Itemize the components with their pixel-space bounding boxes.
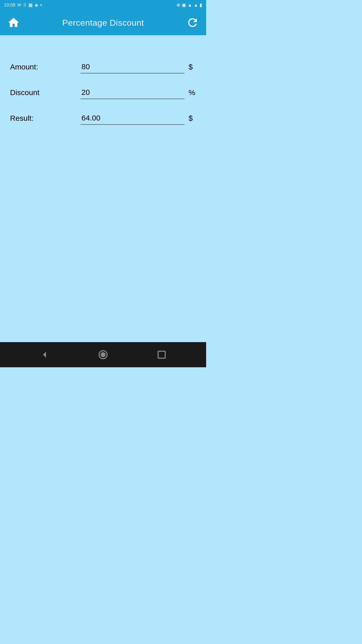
nav-bar	[0, 342, 206, 367]
mail-icon: ✉	[17, 2, 21, 8]
main-content: Amount: $ Discount % Result: $	[0, 35, 206, 342]
discount-input-wrapper: %	[80, 86, 196, 99]
add-circle-icon: ⊕	[176, 2, 180, 8]
result-input[interactable]	[80, 112, 185, 125]
svg-rect-3	[158, 351, 165, 358]
result-unit: $	[189, 114, 196, 123]
home-button[interactable]	[6, 15, 21, 30]
home-nav-button[interactable]	[94, 346, 112, 364]
amount-row: Amount: $	[10, 60, 196, 73]
amount-input-wrapper: $	[80, 60, 196, 73]
discount-unit: %	[189, 88, 196, 97]
status-bar: 10:08 ✉ ⠿ ▦ ◈ • ⊕ ▣ ▲ ▲ ▮	[0, 0, 206, 10]
svg-marker-0	[43, 352, 46, 358]
vibrate-icon: ▣	[182, 2, 186, 8]
amount-label: Amount:	[10, 63, 80, 71]
app-bar-title: Percentage Discount	[62, 18, 144, 28]
signal-icon: ▲	[194, 3, 198, 8]
recent-icon	[156, 349, 168, 361]
amount-unit: $	[189, 63, 196, 71]
recent-button[interactable]	[153, 346, 170, 364]
calendar-icon: ▦	[28, 2, 33, 8]
home-icon	[7, 16, 20, 29]
wifi-icon: ◈	[35, 2, 38, 8]
discount-row: Discount %	[10, 86, 196, 99]
grid-icon: ⠿	[23, 2, 26, 8]
result-label: Result:	[10, 114, 80, 123]
result-row: Result: $	[10, 112, 196, 125]
discount-label: Discount	[10, 88, 80, 97]
svg-point-2	[101, 352, 106, 357]
result-input-wrapper: $	[80, 112, 196, 125]
status-time: 10:08	[4, 3, 15, 8]
discount-input[interactable]	[80, 86, 185, 99]
status-bar-right: ⊕ ▣ ▲ ▲ ▮	[176, 2, 202, 8]
dot-icon: •	[40, 3, 42, 8]
refresh-icon	[186, 16, 199, 29]
home-nav-icon	[97, 349, 109, 361]
back-icon	[38, 349, 51, 361]
status-bar-left: 10:08 ✉ ⠿ ▦ ◈ •	[4, 2, 42, 8]
form-section: Amount: $ Discount % Result: $	[10, 60, 196, 125]
app-bar: Percentage Discount	[0, 10, 206, 35]
amount-input[interactable]	[80, 60, 185, 73]
battery-icon: ▮	[200, 2, 202, 8]
back-button[interactable]	[36, 346, 53, 364]
network-wifi-icon: ▲	[188, 3, 192, 8]
refresh-button[interactable]	[185, 15, 200, 30]
